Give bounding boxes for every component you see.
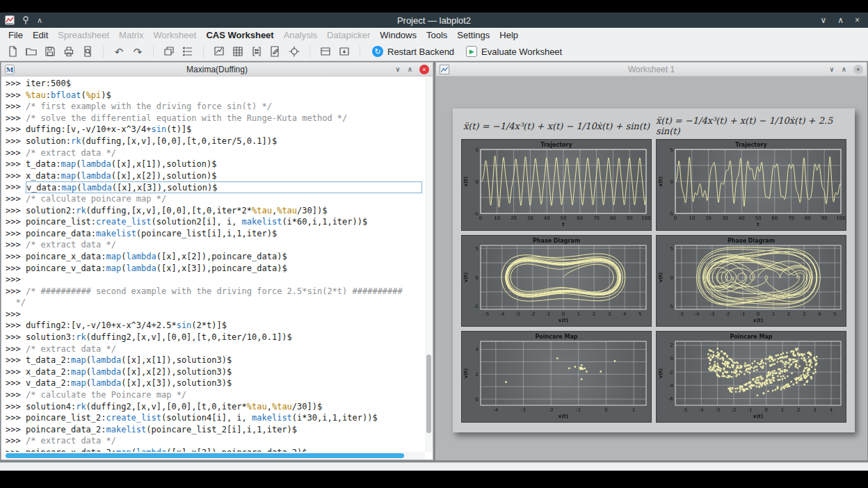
console-line: >>> t_data:map(lambda([x],x[1]),solution… xyxy=(6,158,425,170)
console-line: >>> duffing:[v,-v/10+x-x^3/4+sin(t)]$ xyxy=(6,124,425,136)
menu-help[interactable]: Help xyxy=(495,29,523,42)
console-lines: >>> iter:500$>>> %tau:bfloat(%pi)$>>> /*… xyxy=(1,77,425,452)
console-prompt: >>> xyxy=(6,101,26,113)
console-line: >>> %tau:bfloat(%pi)$ xyxy=(6,90,425,101)
new-matrix-button[interactable] xyxy=(248,43,266,60)
plot-phase-diagram-1[interactable] xyxy=(461,235,652,327)
toolbar-separator xyxy=(147,45,154,58)
console-line: >>> x_data_2:map(lambda([x],x[2]),soluti… xyxy=(6,366,425,378)
print-icon xyxy=(63,45,75,58)
restart-backend-label: Restart Backend xyxy=(387,47,454,57)
undo-button[interactable]: ↶ xyxy=(110,43,128,60)
plot-poincare-map-2[interactable] xyxy=(656,331,846,423)
console-line: >>> /* calculate poincare map */ xyxy=(6,193,425,205)
print-preview-button[interactable] xyxy=(79,43,97,60)
console-prompt: >>> xyxy=(6,343,26,355)
menu-settings[interactable]: Settings xyxy=(452,29,495,42)
close-window-icon[interactable]: × xyxy=(855,15,860,25)
cascade-windows-button[interactable] xyxy=(160,43,178,60)
minimize-subwindow-icon[interactable]: ∨ xyxy=(829,65,834,73)
console-line: >>> /* extract data */ xyxy=(6,147,425,159)
new-worksheet-button[interactable] xyxy=(210,43,228,60)
menu-edit[interactable]: Edit xyxy=(28,29,53,42)
maximize-window-icon[interactable]: ∧ xyxy=(837,15,844,25)
dock-panel-down-button[interactable] xyxy=(335,43,353,60)
plot-trajectory-2[interactable] xyxy=(656,139,846,231)
menu-analysis: Analysis xyxy=(279,29,322,42)
evaluate-worksheet-button[interactable]: ▶ Evaluate Worksheet xyxy=(460,43,568,60)
maxima-titlebar[interactable]: M Maxima(Duffing) ∨ ∧ × xyxy=(1,63,433,76)
toolbar-separator xyxy=(198,45,204,58)
plot-phase-diagram-2[interactable] xyxy=(656,235,846,327)
console-prompt: >>> xyxy=(6,274,26,286)
menu-cas-worksheet[interactable]: CAS Worksheet xyxy=(201,29,278,42)
maximize-subwindow-icon[interactable]: ∧ xyxy=(408,65,412,73)
statusbar xyxy=(0,462,868,471)
menu-windows[interactable]: Windows xyxy=(375,29,421,42)
console-prompt: >>> xyxy=(6,170,26,182)
console-line: >>> t_data_2:map(lambda([x],x[1]),soluti… xyxy=(6,355,425,366)
minimize-window-icon[interactable]: ∨ xyxy=(820,15,826,25)
scrollbar-handle[interactable] xyxy=(426,355,431,433)
redo-icon: ↷ xyxy=(134,47,143,57)
console-line: >>> x_data:map(lambda([x],x[2]),solution… xyxy=(6,170,425,182)
console-line: >>> poincare_data_2:makelist(poincare_li… xyxy=(6,424,425,436)
console-line: >>> poincare_list:create_list(solution2[… xyxy=(6,216,425,228)
redo-button[interactable]: ↷ xyxy=(129,43,147,60)
console-prompt: >>> xyxy=(6,401,26,413)
window-titlebar[interactable]: ∧ Project — labplot2 ∨ ∧ × xyxy=(0,13,868,28)
pin-icon[interactable] xyxy=(21,15,31,25)
console-prompt: >>> xyxy=(6,113,26,124)
console-prompt: >>> xyxy=(6,389,26,401)
menubar: File Edit Spreadsheet Matrix Worksheet C… xyxy=(0,28,868,42)
print-preview-icon xyxy=(81,45,94,58)
equation-label-2[interactable]: ẍ(t) = −1/4x³(t) + x(t) − 1/10ẋ(t) + 2.5… xyxy=(656,117,846,135)
console-prompt: >>> xyxy=(6,435,26,447)
console-prompt: >>> xyxy=(6,181,26,193)
restart-backend-button[interactable]: ↻ Restart Backend xyxy=(367,43,460,60)
new-project-button[interactable] xyxy=(3,43,22,60)
console-prompt: >>> xyxy=(6,412,26,424)
new-spreadsheet-button[interactable] xyxy=(229,43,247,60)
project-explorer-button[interactable] xyxy=(179,43,197,60)
console-line: >>> poincare_data:makelist(poincare_list… xyxy=(6,228,425,240)
maxima-console[interactable]: >>> iter:500$>>> %tau:bfloat(%pi)$>>> /*… xyxy=(1,76,433,459)
labplot-app-icon xyxy=(5,15,15,25)
maxima-subwindow: M Maxima(Duffing) ∨ ∧ × >>> iter:500$>>>… xyxy=(1,62,433,460)
equation-label-1[interactable]: ẍ(t) = −1/4x³(t) + x(t) − 1/10ẋ(t) + sin… xyxy=(461,117,652,135)
worksheet-titlebar[interactable]: Worksheet 1 ∨ ∧ × xyxy=(436,63,867,76)
save-project-button[interactable] xyxy=(41,43,59,60)
menu-tools[interactable]: Tools xyxy=(421,29,452,42)
console-prompt: >>> xyxy=(6,158,26,170)
console-line: >>> xyxy=(6,274,425,286)
screen: ∧ Project — labplot2 ∨ ∧ × File Edit Spr… xyxy=(0,0,868,488)
open-project-button[interactable] xyxy=(22,43,40,60)
plot-poincare-map-1[interactable] xyxy=(461,331,652,423)
dock-panel-button[interactable] xyxy=(316,43,335,60)
print-button[interactable] xyxy=(60,43,78,60)
console-vertical-scrollbar[interactable] xyxy=(425,76,433,452)
minimize-subwindow-icon[interactable]: ∨ xyxy=(395,65,400,73)
console-prompt: >>> xyxy=(6,205,26,217)
console-line: >>> solution4:rk(duffing2,[x,v],[0,0],[t… xyxy=(6,401,425,413)
datapicker-button[interactable] xyxy=(285,43,303,60)
console-line: >>> /* solve the differential equation w… xyxy=(6,113,425,124)
close-subwindow-icon[interactable]: × xyxy=(853,65,863,74)
new-cas-worksheet-button[interactable] xyxy=(266,43,284,60)
worksheet-subwindow: Worksheet 1 ∨ ∧ × ẍ(t) = −1/4x³(t) + x(t… xyxy=(435,62,867,460)
menu-file[interactable]: File xyxy=(3,29,28,42)
mdi-area: M Maxima(Duffing) ∨ ∧ × >>> iter:500$>>>… xyxy=(0,61,868,462)
shade-window-icon[interactable]: ∧ xyxy=(37,16,42,25)
console-horizontal-scrollbar[interactable] xyxy=(1,452,425,459)
console-prompt: >>> xyxy=(6,263,26,275)
console-prompt: >>> xyxy=(6,251,26,263)
maximize-subwindow-icon[interactable]: ∧ xyxy=(842,65,846,73)
new-worksheet-icon xyxy=(213,45,225,58)
plot-trajectory-1[interactable] xyxy=(461,139,652,231)
close-subwindow-icon[interactable]: × xyxy=(419,65,429,74)
worksheet-view[interactable]: ẍ(t) = −1/4x³(t) + x(t) − 1/10ẋ(t) + sin… xyxy=(436,76,867,459)
cas-worksheet-icon xyxy=(269,45,282,58)
scrollbar-handle[interactable] xyxy=(6,453,403,458)
new-spreadsheet-icon xyxy=(232,45,244,58)
console-line: >>> poincare_x_data:map(lambda([x],x[2])… xyxy=(6,251,425,263)
